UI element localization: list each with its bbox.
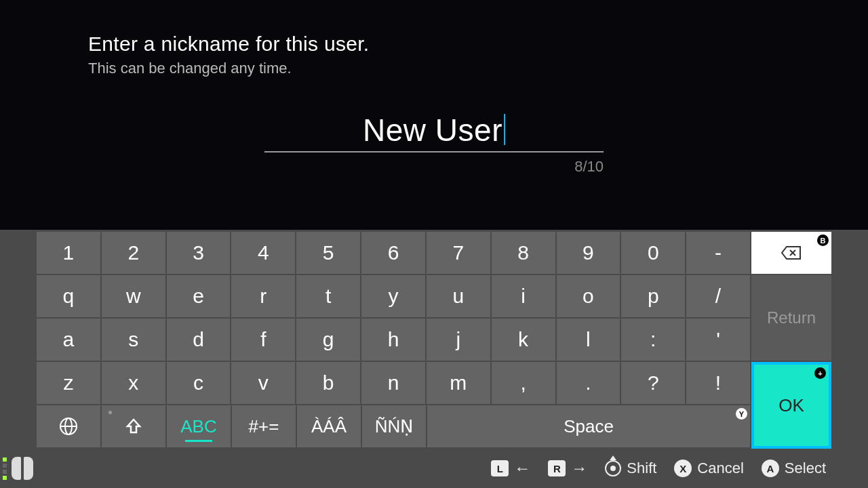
key-k[interactable]: k: [492, 319, 555, 361]
key-2[interactable]: 2: [102, 232, 165, 274]
key-backspace[interactable]: B: [751, 232, 831, 274]
key-p[interactable]: p: [621, 275, 685, 317]
key-mode-accent2[interactable]: ÑŃṆ: [362, 405, 426, 447]
a-button-icon: A: [762, 460, 779, 477]
key-apostrophe[interactable]: ': [686, 319, 750, 361]
key-mode-accent1[interactable]: ÀÁÂ: [297, 405, 361, 447]
key-row-2: q w e r t y u i o p /: [37, 275, 750, 317]
key-minus[interactable]: -: [686, 232, 750, 274]
key-s[interactable]: s: [102, 319, 165, 361]
key-space[interactable]: Space Y: [427, 405, 750, 447]
key-u[interactable]: u: [427, 275, 490, 317]
key-row-3: a s d f g h j k l : ': [37, 319, 750, 361]
key-r[interactable]: r: [231, 275, 295, 317]
key-question[interactable]: ?: [621, 362, 685, 404]
nickname-input-wrap: New User 8/10: [264, 110, 604, 176]
key-mode-symbols[interactable]: #+=: [232, 405, 296, 447]
key-j[interactable]: j: [427, 319, 490, 361]
key-9[interactable]: 9: [557, 232, 620, 274]
key-8[interactable]: 8: [492, 232, 555, 274]
key-return[interactable]: Return: [751, 275, 831, 361]
hint-shift: Shift: [605, 460, 656, 477]
key-t[interactable]: t: [296, 275, 360, 317]
space-hint-badge: Y: [736, 408, 747, 420]
key-exclaim[interactable]: !: [686, 362, 750, 404]
stick-press-icon: [605, 460, 621, 476]
onscreen-keyboard: 1 2 3 4 5 6 7 8 9 0 - q w e r t y u i: [0, 230, 868, 488]
key-ok[interactable]: OK +: [751, 362, 831, 449]
key-period[interactable]: .: [557, 362, 620, 404]
page-subtitle: This can be changed any time.: [88, 60, 780, 77]
key-comma[interactable]: ,: [492, 362, 555, 404]
x-button-icon: X: [674, 460, 692, 477]
cancel-label: Cancel: [697, 460, 743, 477]
ok-label: OK: [778, 395, 804, 416]
shift-indicator: [108, 411, 112, 414]
key-l[interactable]: l: [557, 319, 620, 361]
key-1[interactable]: 1: [37, 232, 100, 274]
key-y[interactable]: y: [361, 275, 425, 317]
key-c[interactable]: c: [167, 362, 231, 404]
key-g[interactable]: g: [296, 319, 360, 361]
key-row-bottom: ABC #+= ÀÁÂ ÑŃṆ Space Y: [37, 405, 750, 447]
r-button-icon: R: [548, 460, 566, 476]
key-v[interactable]: v: [231, 362, 295, 404]
key-m[interactable]: m: [427, 362, 490, 404]
hint-move-left: L ←: [491, 459, 530, 478]
key-f[interactable]: f: [231, 319, 295, 361]
key-0[interactable]: 0: [621, 232, 685, 274]
key-7[interactable]: 7: [427, 232, 490, 274]
key-x[interactable]: x: [102, 362, 165, 404]
key-n[interactable]: n: [361, 362, 425, 404]
key-language[interactable]: [37, 405, 100, 447]
key-row-1: 1 2 3 4 5 6 7 8 9 0 -: [37, 232, 750, 274]
shift-arrow-icon: [125, 418, 142, 435]
shift-label: Shift: [627, 460, 656, 477]
joycon-right-icon: [24, 457, 33, 480]
key-o[interactable]: o: [557, 275, 620, 317]
select-label: Select: [785, 460, 826, 477]
nickname-input[interactable]: New User: [264, 110, 604, 152]
key-3[interactable]: 3: [167, 232, 231, 274]
l-button-icon: L: [491, 460, 509, 476]
key-colon[interactable]: :: [621, 319, 685, 361]
text-cursor: [504, 114, 505, 145]
hint-select: A Select: [762, 460, 826, 477]
key-mode-abc[interactable]: ABC: [167, 405, 231, 447]
key-4[interactable]: 4: [231, 232, 295, 274]
page-title: Enter a nickname for this user.: [88, 33, 780, 56]
hint-cancel: X Cancel: [674, 460, 743, 477]
key-slash[interactable]: /: [686, 275, 750, 317]
hint-move-right: R →: [548, 459, 587, 478]
key-a[interactable]: a: [37, 319, 100, 361]
ok-hint-badge: +: [814, 367, 826, 379]
arrow-right-icon: →: [571, 459, 587, 478]
arrow-left-icon: ←: [514, 459, 530, 478]
key-5[interactable]: 5: [296, 232, 360, 274]
globe-icon: [58, 416, 79, 436]
controller-indicator: [3, 457, 33, 480]
joycon-left-icon: [12, 457, 21, 480]
char-counter: 8/10: [264, 158, 604, 176]
nickname-value: New User: [363, 112, 502, 148]
key-6[interactable]: 6: [361, 232, 425, 274]
key-h[interactable]: h: [361, 319, 425, 361]
backspace-icon: [781, 245, 802, 261]
space-label: Space: [564, 416, 614, 437]
key-z[interactable]: z: [37, 362, 100, 404]
top-area: Enter a nickname for this user. This can…: [0, 0, 868, 224]
key-d[interactable]: d: [167, 319, 231, 361]
key-row-4: z x c v b n m , . ? !: [37, 362, 750, 404]
key-b[interactable]: b: [296, 362, 360, 404]
key-e[interactable]: e: [167, 275, 231, 317]
key-shift[interactable]: [102, 405, 165, 447]
key-w[interactable]: w: [102, 275, 165, 317]
key-q[interactable]: q: [37, 275, 100, 317]
control-hints-bar: L ← R → Shift X Cancel A Select: [37, 449, 831, 488]
key-i[interactable]: i: [492, 275, 555, 317]
backspace-hint-badge: B: [817, 235, 829, 246]
